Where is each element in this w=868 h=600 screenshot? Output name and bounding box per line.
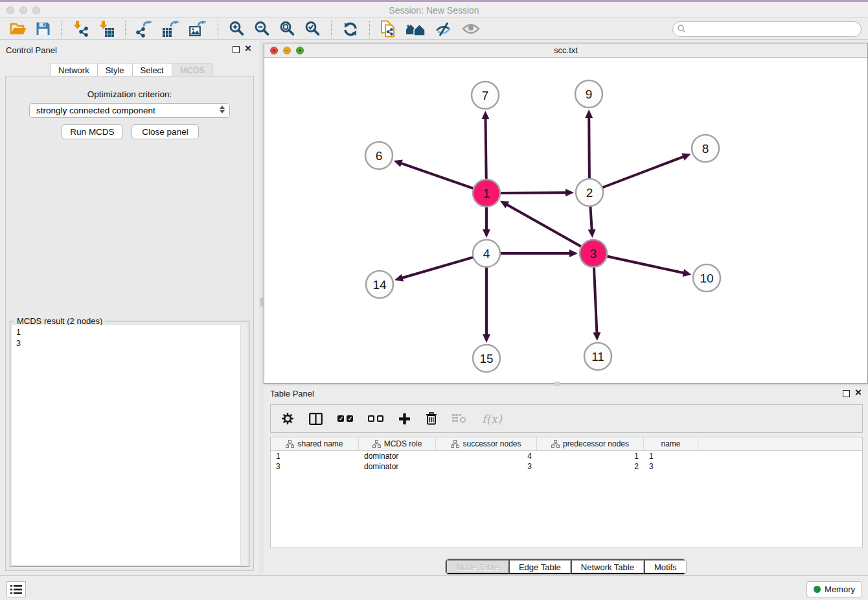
graph-edge-1-6[interactable] <box>400 163 475 189</box>
edge-arrowhead-icon <box>588 229 596 238</box>
table-cell[interactable]: dominator <box>359 461 436 472</box>
graph-node-14[interactable]: 14 <box>366 271 393 298</box>
tab-style[interactable]: Style <box>97 63 132 77</box>
column-header-predecessor-nodes[interactable]: predecessor nodes <box>537 437 644 450</box>
graph-edge-3-10[interactable] <box>606 256 685 273</box>
graph-node-2[interactable]: 2 <box>576 179 603 206</box>
graph-edge-4-14[interactable] <box>402 257 475 278</box>
table-cell[interactable]: 3 <box>644 461 698 472</box>
first-neighbors-button[interactable] <box>401 19 430 39</box>
import-network-button[interactable] <box>67 19 93 39</box>
criterion-dropdown[interactable]: strongly connected component <box>29 103 230 118</box>
table-row[interactable]: 1dominator411 <box>271 451 862 461</box>
tab-motifs[interactable]: Motifs <box>644 559 686 574</box>
table-panel-float-button[interactable] <box>843 390 850 397</box>
zoom-in-button[interactable] <box>224 19 249 39</box>
graph-node-11[interactable]: 11 <box>584 343 611 370</box>
result-scrollbar[interactable] <box>240 325 247 565</box>
save-session-button[interactable] <box>31 19 55 39</box>
task-history-button[interactable] <box>6 581 26 597</box>
graph-edge-2-3[interactable] <box>590 205 592 231</box>
hierarchy-icon <box>451 440 459 448</box>
table-cell[interactable]: 4 <box>436 451 537 461</box>
delete-table-button[interactable] <box>452 413 467 424</box>
table-cell[interactable]: 1 <box>271 451 359 461</box>
optimization-criterion-label: Optimization criterion: <box>6 89 253 99</box>
zoom-out-button[interactable] <box>249 19 275 39</box>
edge-arrowhead-icon <box>681 154 691 161</box>
graph-edge-3-11[interactable] <box>594 266 597 334</box>
zoom-selected-button[interactable] <box>300 19 325 39</box>
control-panel-float-button[interactable] <box>233 46 240 53</box>
svg-text:10: 10 <box>700 271 713 285</box>
table-panel-close-button[interactable]: × <box>855 386 862 399</box>
column-header-name[interactable]: name <box>644 437 698 450</box>
fit-content-icon <box>279 21 295 37</box>
graph-edge-1-7[interactable] <box>485 118 486 181</box>
tab-select[interactable]: Select <box>132 63 172 77</box>
column-header-shared-name[interactable]: shared name <box>271 437 359 450</box>
table-cell[interactable]: 2 <box>537 461 644 472</box>
run-mcds-button[interactable]: Run MCDS <box>62 124 123 139</box>
graph-node-9[interactable]: 9 <box>575 80 602 108</box>
table-options-button[interactable] <box>281 412 294 425</box>
import-table-button[interactable] <box>93 19 119 39</box>
export-image-button[interactable] <box>185 19 212 39</box>
network-canvas[interactable]: 7968124314101511 <box>264 58 867 383</box>
function-builder-button[interactable]: f(x) <box>482 412 502 426</box>
graph-edge-3-1[interactable] <box>506 204 582 247</box>
search-input[interactable] <box>672 21 862 37</box>
graph-node-7[interactable]: 7 <box>472 82 499 109</box>
horizontal-splitter-handle[interactable] <box>554 382 560 386</box>
list-icon <box>10 585 22 594</box>
graph-node-15[interactable]: 15 <box>473 345 500 372</box>
fit-content-button[interactable] <box>275 19 300 39</box>
tab-node-table[interactable]: Node Table <box>446 559 508 574</box>
column-header-successor-nodes[interactable]: successor nodes <box>436 437 537 450</box>
network-view-window: × − + scc.txt 7968124314101511 <box>264 43 868 384</box>
svg-text:2: 2 <box>586 186 593 200</box>
show-column-panel-button[interactable] <box>309 413 323 425</box>
panel-splitter[interactable] <box>259 40 264 574</box>
tab-edge-table[interactable]: Edge Table <box>508 559 571 574</box>
tab-mcds[interactable]: MCDS <box>172 63 213 77</box>
control-panel-close-button[interactable]: × <box>245 42 251 55</box>
import-network-icon <box>72 21 89 38</box>
refresh-button[interactable] <box>337 19 363 39</box>
graph-edge-2-8[interactable] <box>601 156 685 188</box>
deselect-all-button[interactable] <box>368 415 383 422</box>
graph-edge-2-9[interactable] <box>589 117 589 180</box>
eye-icon <box>462 23 480 35</box>
table-cell[interactable]: 1 <box>644 451 698 461</box>
tab-network[interactable]: Network <box>50 63 97 77</box>
table-row[interactable]: 3dominator323 <box>271 461 862 472</box>
show-all-button[interactable] <box>457 19 485 39</box>
splitter-handle[interactable] <box>260 298 263 306</box>
table-cell[interactable]: 1 <box>537 451 644 461</box>
graph-node-1[interactable]: 1 <box>473 179 500 207</box>
graph-node-6[interactable]: 6 <box>365 142 393 169</box>
export-image-icon <box>189 21 207 38</box>
add-row-button[interactable] <box>398 413 411 425</box>
table-header-row: shared nameMCDS rolesuccessor nodesprede… <box>271 437 862 451</box>
hide-selected-button[interactable] <box>430 19 457 39</box>
graph-edge-1-2[interactable] <box>499 192 567 193</box>
select-all-button[interactable] <box>337 415 353 422</box>
memory-button[interactable]: Memory <box>806 581 862 597</box>
toolbar-separator <box>218 21 218 38</box>
export-network-button[interactable] <box>131 19 157 39</box>
graph-node-3[interactable]: 3 <box>580 240 607 267</box>
graph-node-4[interactable]: 4 <box>473 240 500 267</box>
delete-row-button[interactable] <box>426 412 437 425</box>
graph-node-10[interactable]: 10 <box>693 264 720 292</box>
export-table-button[interactable] <box>157 19 185 39</box>
duplicate-network-button[interactable] <box>376 19 401 39</box>
close-panel-button[interactable]: Close panel <box>131 124 199 139</box>
open-file-button[interactable] <box>5 19 31 39</box>
graph-node-8[interactable]: 8 <box>692 135 719 162</box>
table-cell[interactable]: 3 <box>271 461 359 472</box>
column-header-MCDS-role[interactable]: MCDS role <box>359 437 436 450</box>
tab-network-table[interactable]: Network Table <box>571 559 644 574</box>
table-cell[interactable]: dominator <box>359 451 436 461</box>
table-cell[interactable]: 3 <box>436 461 537 472</box>
